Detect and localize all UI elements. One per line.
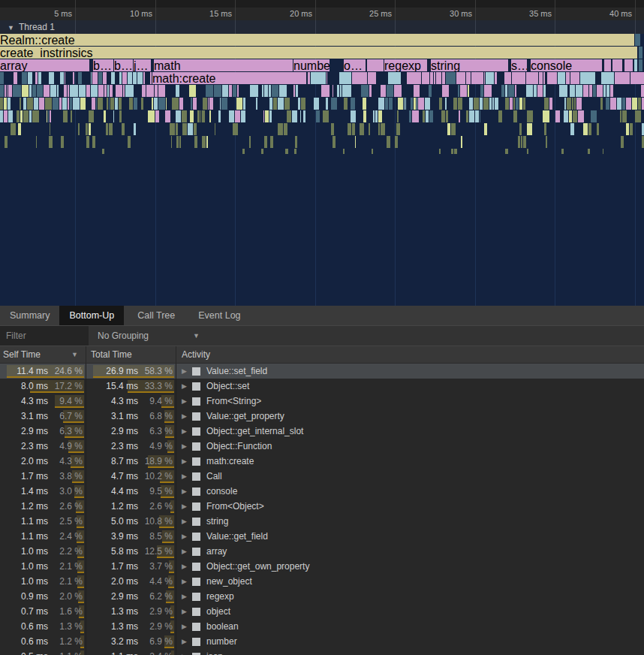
flame-segment[interactable]	[263, 110, 264, 122]
table-row[interactable]: 2.9 ms6.3 %2.9 ms6.3 %▶Object::get_inter…	[0, 424, 644, 439]
flame-segment[interactable]	[171, 136, 172, 148]
flame-segment[interactable]	[519, 98, 522, 110]
flame-segment[interactable]	[256, 98, 257, 110]
flame-segment[interactable]	[79, 85, 86, 97]
flame-segment[interactable]	[372, 149, 373, 154]
table-row[interactable]: 0.6 ms1.2 %3.2 ms6.9 %▶number	[0, 634, 644, 649]
flame-segment[interactable]	[342, 85, 351, 97]
flame-segment[interactable]	[352, 123, 355, 135]
flame-segment[interactable]	[98, 85, 104, 97]
flame-segment[interactable]	[92, 72, 98, 84]
flame-segment[interactable]	[206, 136, 208, 148]
flame-segment[interactable]	[469, 110, 474, 122]
flame-segment[interactable]	[360, 123, 364, 135]
flame-segment[interactable]	[141, 98, 143, 110]
flame-segment[interactable]	[92, 98, 95, 110]
flame-segment[interactable]	[278, 98, 284, 110]
flame-frame-math-create[interactable]: math:create	[152, 72, 306, 84]
flame-segment[interactable]	[526, 85, 533, 97]
flame-segment[interactable]	[47, 110, 47, 122]
flame-segment[interactable]	[233, 123, 238, 135]
flame-segment[interactable]	[194, 136, 197, 148]
expand-icon[interactable]: ▶	[182, 548, 192, 555]
flame-segment[interactable]	[7, 85, 8, 97]
flame-segment[interactable]	[36, 136, 37, 148]
flame-segment[interactable]	[70, 98, 72, 110]
flame-segment[interactable]	[331, 123, 334, 135]
flame-segment[interactable]	[122, 72, 127, 84]
chevron-down-icon[interactable]: ▼	[8, 21, 14, 35]
flame-segment[interactable]	[32, 110, 39, 122]
flame-segment[interactable]	[561, 149, 564, 154]
table-row[interactable]: 0.7 ms1.6 %1.3 ms2.9 %▶object	[0, 604, 644, 619]
flame-segment[interactable]	[8, 85, 12, 97]
flame-segment[interactable]	[269, 110, 272, 122]
flame-segment[interactable]	[110, 98, 114, 110]
flame-segment[interactable]	[179, 98, 183, 110]
flame-segment[interactable]	[62, 98, 67, 110]
flame-segment[interactable]	[73, 72, 74, 84]
flame-segment[interactable]	[515, 85, 516, 97]
flame-segment[interactable]	[133, 72, 137, 84]
flame-segment[interactable]	[456, 72, 465, 84]
expand-icon[interactable]: ▶	[182, 367, 192, 375]
flame-segment[interactable]	[119, 98, 122, 110]
expand-icon[interactable]: ▶	[182, 442, 192, 450]
flame-segment[interactable]	[143, 72, 145, 84]
flame-segment[interactable]	[543, 85, 546, 97]
expand-icon[interactable]: ▶	[182, 533, 192, 540]
flame-segment[interactable]	[176, 136, 179, 148]
flame-segment[interactable]	[278, 123, 283, 135]
flame-segment[interactable]	[412, 110, 419, 122]
flame-segment[interactable]	[285, 149, 288, 154]
flame-segment[interactable]	[566, 72, 570, 84]
flame-segment[interactable]	[314, 98, 319, 110]
flame-frame-math[interactable]: math	[154, 59, 293, 71]
flame-segment[interactable]	[635, 110, 641, 122]
flame-segment[interactable]	[270, 136, 273, 148]
flame-segment[interactable]	[71, 110, 72, 122]
flame-segment[interactable]	[411, 98, 413, 110]
flame-segment[interactable]	[639, 59, 642, 71]
flame-segment[interactable]	[265, 110, 269, 122]
flame-segment[interactable]	[38, 72, 41, 84]
flame-segment[interactable]	[495, 72, 497, 84]
flame-segment[interactable]	[589, 85, 592, 97]
flame-segment[interactable]	[398, 98, 403, 110]
flame-segment[interactable]	[417, 98, 417, 110]
flame-segment[interactable]	[630, 123, 633, 135]
flame-segment[interactable]	[279, 85, 287, 97]
flame-segment[interactable]	[242, 149, 245, 154]
flame-segment[interactable]	[152, 98, 153, 110]
flame-segment[interactable]	[439, 98, 442, 110]
expand-icon[interactable]: ▶	[182, 608, 192, 615]
flame-segment[interactable]	[620, 110, 621, 122]
flame-segment[interactable]	[574, 98, 576, 110]
expand-icon[interactable]: ▶	[182, 563, 192, 570]
flame-segment[interactable]	[458, 85, 459, 97]
flame-segment[interactable]	[176, 110, 181, 122]
flame-segment[interactable]	[505, 149, 508, 154]
flame-segment[interactable]	[296, 85, 298, 97]
flame-segment[interactable]	[86, 85, 90, 97]
flame-segment[interactable]	[375, 110, 378, 122]
flame-segment[interactable]	[578, 110, 584, 122]
flame-segment[interactable]	[519, 123, 522, 135]
flame-segment[interactable]	[460, 85, 467, 97]
flame-segment[interactable]	[414, 98, 416, 110]
flame-segment[interactable]	[250, 85, 258, 97]
flame-segment[interactable]	[134, 98, 137, 110]
table-row[interactable]: 8.0 ms17.2 %15.4 ms33.3 %▶Object::set	[0, 379, 644, 394]
flame-segment[interactable]	[29, 110, 32, 122]
flame-segment[interactable]	[436, 72, 441, 84]
flame-segment[interactable]	[172, 98, 179, 110]
flame-segment[interactable]	[603, 149, 603, 154]
flame-segment[interactable]	[50, 110, 51, 122]
flame-segment[interactable]	[388, 72, 401, 84]
table-row[interactable]: 1.0 ms2.1 %1.7 ms3.7 %▶Object::get_own_p…	[0, 559, 644, 574]
flame-segment[interactable]	[484, 85, 492, 97]
flame-segment[interactable]	[220, 98, 221, 110]
flame-segment[interactable]	[20, 110, 23, 122]
flame-segment[interactable]	[394, 85, 402, 97]
flame-segment[interactable]	[182, 110, 187, 122]
